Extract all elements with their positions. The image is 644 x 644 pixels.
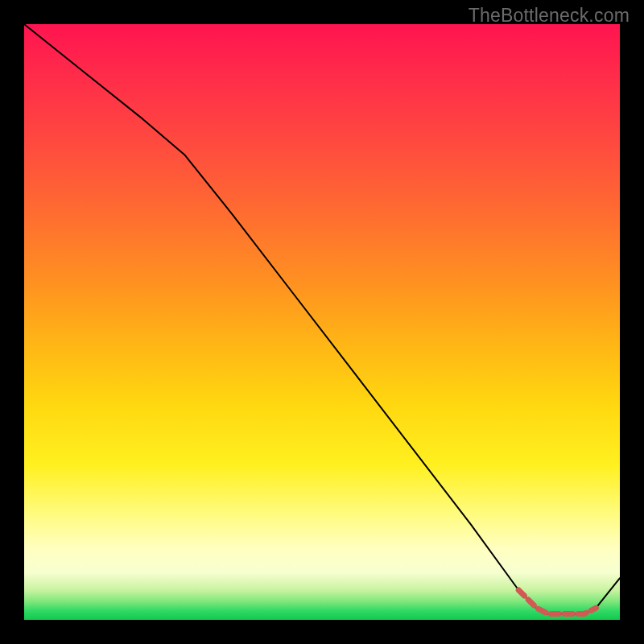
chart-frame: TheBottleneck.com xyxy=(0,0,644,644)
watermark-text: TheBottleneck.com xyxy=(469,5,630,27)
plot-gradient-background xyxy=(24,24,620,620)
